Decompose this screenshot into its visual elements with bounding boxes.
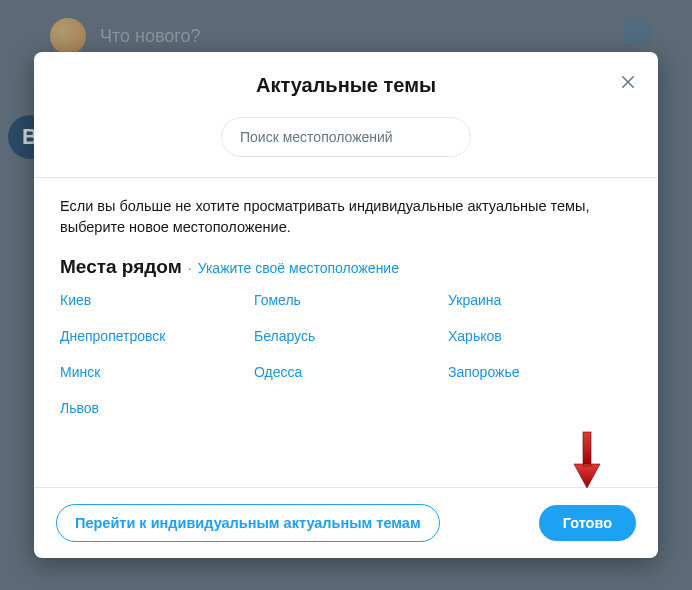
location-link[interactable]: Харьков: [448, 328, 502, 344]
location-link[interactable]: Киев: [60, 292, 91, 308]
location-link[interactable]: Минск: [60, 364, 100, 380]
bg-compose-hint: Что нового?: [50, 18, 201, 54]
set-location-link[interactable]: Укажите своё местоположение: [198, 260, 399, 276]
done-button[interactable]: Готово: [539, 505, 636, 541]
location-search-input[interactable]: [221, 117, 471, 157]
nearby-title: Места рядом: [60, 256, 182, 278]
bg-prompt-text: Что нового?: [100, 26, 201, 47]
nearby-header: Места рядом · Укажите своё местоположени…: [60, 256, 632, 278]
location-link[interactable]: Запорожье: [448, 364, 519, 380]
search-wrap: [34, 113, 658, 177]
modal-description: Если вы больше не хотите просматривать и…: [34, 178, 658, 256]
personalized-trends-button[interactable]: Перейти к индивидуальным актуальным тема…: [56, 504, 440, 542]
location-link[interactable]: Львов: [60, 400, 99, 416]
location-link[interactable]: Гомель: [254, 292, 301, 308]
trends-modal: Актуальные темы Если вы больше не хотите…: [34, 52, 658, 558]
nearby-section: Места рядом · Укажите своё местоположени…: [34, 256, 658, 426]
nearby-separator: ·: [188, 260, 192, 276]
location-link[interactable]: Одесса: [254, 364, 302, 380]
close-icon: [619, 73, 637, 91]
modal-footer: Перейти к индивидуальным актуальным тема…: [34, 487, 658, 558]
image-icon: [624, 22, 652, 44]
modal-header: Актуальные темы: [34, 52, 658, 113]
location-link[interactable]: Беларусь: [254, 328, 315, 344]
location-grid: КиевГомельУкраинаДнепропетровскБеларусьХ…: [60, 292, 632, 416]
avatar: [50, 18, 86, 54]
location-link[interactable]: Днепропетровск: [60, 328, 165, 344]
close-button[interactable]: [616, 70, 640, 94]
location-link[interactable]: Украина: [448, 292, 501, 308]
modal-title: Актуальные темы: [54, 74, 638, 97]
